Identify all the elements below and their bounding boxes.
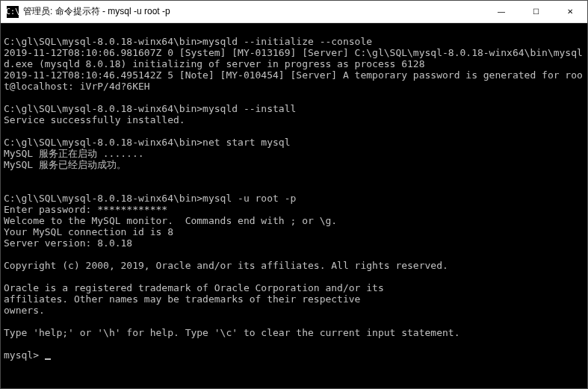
window-title: 管理员: 命令提示符 - mysql -u root -p [23,5,484,18]
minimize-button[interactable]: — [484,1,519,22]
window-frame: C:\ 管理员: 命令提示符 - mysql -u root -p — ☐ ✕ … [0,0,588,389]
window-controls: — ☐ ✕ [484,1,587,22]
titlebar[interactable]: C:\ 管理员: 命令提示符 - mysql -u root -p — ☐ ✕ [1,1,587,23]
terminal-output[interactable]: C:\gl\SQL\mysql-8.0.18-winx64\bin>mysqld… [1,23,587,388]
app-icon: C:\ [7,6,19,18]
maximize-button[interactable]: ☐ [519,1,553,22]
close-button[interactable]: ✕ [553,1,587,22]
cursor [45,358,51,360]
